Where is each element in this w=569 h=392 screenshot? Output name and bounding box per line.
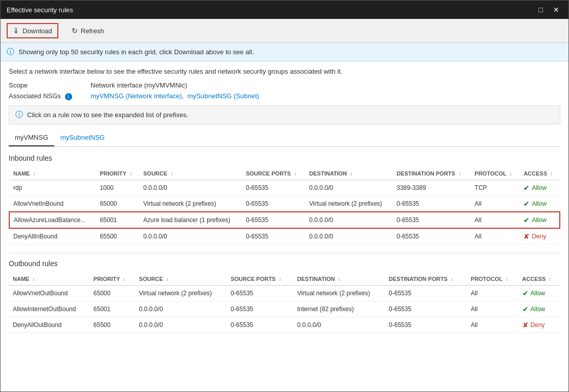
cell-protocol: All [467,301,518,317]
main-window: Effective security rules □ ✕ ⇓ Download … [0,0,569,392]
sort-priority-icon: ↕ [129,171,132,177]
tab-myvmnsg[interactable]: myVMNSG [9,129,54,146]
sort-destports-icon: ↕ [458,171,461,177]
cell-dest-ports: 0-65535 [385,301,467,317]
table-row[interactable]: DenyAllOutBound 65500 0.0.0.0/0 0-65535 … [9,317,560,333]
nsgs-links: myVMNSG (Network interface), mySubnetNSG… [91,92,259,100]
cell-access: ✘Deny [519,228,560,245]
cell-protocol: All [471,212,520,228]
allow-icon: ✔ [523,200,530,208]
out-col-source: SOURCE ↕ [135,273,227,286]
inbound-header-row: NAME ↕ PRIORITY ↕ SOURCE ↕ SOURCE PORTS … [9,167,560,180]
cell-dest-ports: 0-65535 [392,228,471,245]
table-row[interactable]: AllowInternetOutBound 65001 0.0.0.0/0 0-… [9,301,560,317]
cell-protocol: All [471,195,520,212]
inbound-rules-table: NAME ↕ PRIORITY ↕ SOURCE ↕ SOURCE PORTS … [9,167,560,245]
cell-name: rdp [9,180,96,195]
col-name: NAME ↕ [9,167,96,180]
cell-source-ports: 0-65535 [242,228,305,245]
out-col-name: NAME ↕ [9,273,90,286]
cell-destination: Internet (82 prefixes) [293,301,385,317]
out-col-protocol: PROTOCOL ↕ [467,273,518,286]
cell-access: ✔Allow [518,301,560,317]
cell-destination: Virtual network (2 prefixes) [293,285,385,301]
minimize-button[interactable]: □ [536,5,546,15]
cell-dest-ports: 0-65535 [385,317,467,333]
cell-access: ✔Allow [518,285,560,301]
cell-priority: 65500 [96,228,139,245]
col-dest-ports: DESTINATION PORTS ↕ [392,167,471,180]
cell-destination: 0.0.0.0/0 [305,228,392,245]
allow-icon: ✔ [523,184,530,192]
refresh-icon: ↻ [72,27,78,35]
cell-source-ports: 0-65535 [242,180,305,195]
cell-name: AllowVnetInBound [9,195,96,212]
table-row[interactable]: AllowVnetOutBound 65000 Virtual network … [9,285,560,301]
cell-access: ✔Allow [519,212,560,228]
scope-value: Network interface (myVMVMNic) [91,81,187,89]
table-row[interactable]: AllowAzureLoadBalance... 65001 Azure loa… [9,212,560,228]
cell-destination: 0.0.0.0/0 [293,317,385,333]
hint-icon: ⓘ [15,110,23,120]
title-bar: Effective security rules □ ✕ [1,1,568,19]
cell-dest-ports: 0-65535 [392,212,471,228]
col-access: ACCESS ↕ [519,167,560,180]
download-icon: ⇓ [13,26,19,35]
cell-priority: 65000 [96,195,139,212]
outbound-header-row: NAME ↕ PRIORITY ↕ SOURCE ↕ SOURCE PORTS … [9,273,560,286]
cell-priority: 65000 [90,285,135,301]
col-source: SOURCE ↕ [139,167,242,180]
cell-source-ports: 0-65535 [242,212,305,228]
cell-protocol: TCP [471,180,520,195]
col-source-ports: SOURCE PORTS ↕ [242,167,305,180]
out-col-destination: DESTINATION ↕ [293,273,385,286]
table-row[interactable]: DenyAllInBound 65500 0.0.0.0/0 0-65535 0… [9,228,560,245]
cell-source: 0.0.0.0/0 [139,180,242,195]
cell-priority: 65500 [90,317,135,333]
content-area: Select a network interface below to see … [1,61,568,391]
cell-destination: 0.0.0.0/0 [305,212,392,228]
section-divider [9,253,560,253]
cell-protocol: All [467,317,518,333]
outbound-section-title: Outbound rules [9,259,560,268]
cell-dest-ports: 3389-3389 [392,180,471,195]
cell-priority: 1000 [96,180,139,195]
cell-protocol: All [471,228,520,245]
col-priority: PRIORITY ↕ [96,167,139,180]
out-sort-destination-icon: ↕ [338,276,341,282]
col-destination: DESTINATION ↕ [305,167,392,180]
scope-row: Scope Network interface (myVMVMNic) [9,81,560,89]
cell-source: 0.0.0.0/0 [139,228,242,245]
outbound-rules-table: NAME ↕ PRIORITY ↕ SOURCE ↕ SOURCE PORTS … [9,273,560,333]
close-button[interactable]: ✕ [550,5,562,15]
cell-source: 0.0.0.0/0 [135,301,227,317]
cell-source-ports: 0-65535 [227,285,293,301]
table-row[interactable]: AllowVnetInBound 65000 Virtual network (… [9,195,560,212]
tab-mysubnetnsg[interactable]: mySubnetNSG [54,129,111,146]
cell-source-ports: 0-65535 [242,195,305,212]
table-row[interactable]: rdp 1000 0.0.0.0/0 0-65535 0.0.0.0/0 338… [9,180,560,195]
nsgs-info-icon: i [65,93,72,100]
nsg-link-0[interactable]: myVMNSG (Network interface) [91,92,182,100]
out-sort-access-icon: ↕ [549,276,551,282]
tab-bar: myVMNSG mySubnetNSG [9,129,560,147]
cell-source-ports: 0-65535 [227,317,293,333]
window-controls: □ ✕ [536,5,562,15]
sort-destination-icon: ↕ [350,171,353,177]
out-sort-priority-icon: ↕ [123,276,125,282]
cell-source-ports: 0-65535 [227,301,293,317]
allow-icon: ✔ [522,305,529,313]
deny-icon: ✘ [523,232,530,241]
out-col-priority: PRIORITY ↕ [90,273,135,286]
cell-dest-ports: 0-65535 [385,285,467,301]
allow-icon: ✔ [523,216,530,224]
nsg-link-1[interactable]: mySubnetNSG (Subnet) [187,92,259,100]
nsgs-label: Associated NSGs i [9,92,91,100]
sort-protocol-icon: ↕ [510,171,512,177]
toolbar: ⇓ Download ↻ Refresh [1,19,568,43]
refresh-button[interactable]: ↻ Refresh [67,25,110,37]
out-col-access: ACCESS ↕ [518,273,560,286]
download-button[interactable]: ⇓ Download [7,23,58,38]
out-col-source-ports: SOURCE PORTS ↕ [227,273,293,286]
out-sort-protocol-icon: ↕ [506,276,508,282]
